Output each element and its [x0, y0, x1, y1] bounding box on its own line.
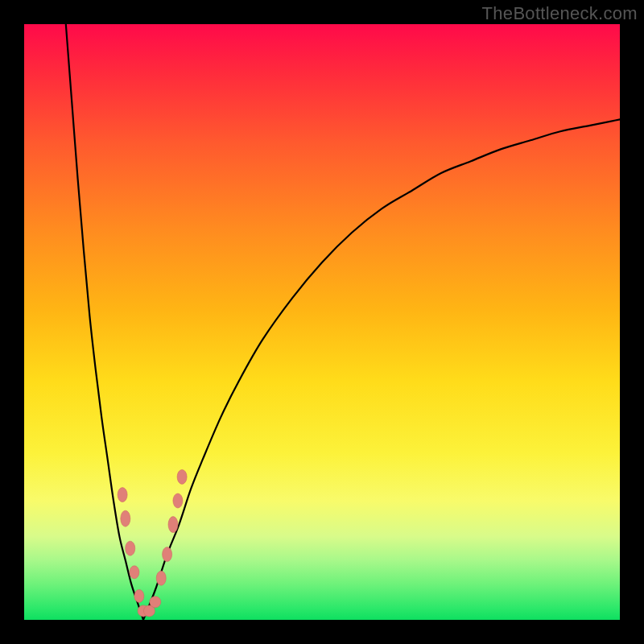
data-marker — [150, 597, 161, 608]
data-marker — [134, 589, 144, 602]
data-marker — [130, 566, 139, 579]
curves-layer — [24, 24, 620, 620]
marker-group — [118, 469, 187, 617]
data-marker — [121, 510, 130, 526]
data-marker — [163, 547, 172, 562]
data-marker — [173, 493, 183, 508]
series-left-curve — [66, 24, 143, 620]
curve-group — [66, 24, 620, 620]
watermark-text: TheBottleneck.com — [482, 3, 638, 24]
data-marker — [177, 469, 187, 484]
data-marker — [168, 517, 178, 533]
series-right-curve — [143, 119, 620, 620]
data-marker — [156, 571, 166, 585]
plot-area — [24, 24, 620, 620]
data-marker — [126, 541, 135, 555]
chart-frame: TheBottleneck.com — [0, 0, 644, 644]
data-marker — [118, 488, 127, 502]
